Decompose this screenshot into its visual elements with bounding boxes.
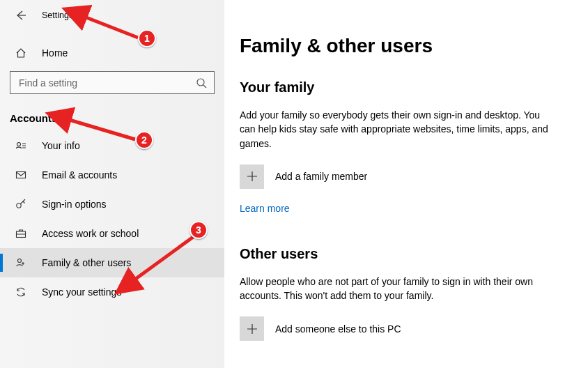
page-title: Family & other users	[240, 35, 567, 57]
sidebar-item-label: Email & accounts	[42, 169, 117, 181]
email-icon	[15, 169, 26, 181]
sidebar-item-family-users[interactable]: Family & other users	[0, 248, 224, 277]
add-family-label: Add a family member	[275, 171, 367, 182]
sidebar-item-email-accounts[interactable]: Email & accounts	[0, 160, 224, 190]
home-icon	[15, 47, 26, 59]
sidebar-item-label: Family & other users	[42, 257, 131, 268]
back-arrow-icon[interactable]	[15, 10, 26, 21]
sidebar-item-signin-options[interactable]: Sign-in options	[0, 190, 224, 219]
settings-window: Settings Home Accounts	[0, 0, 588, 368]
sidebar-item-label: Sync your settings	[42, 286, 121, 298]
person-card-icon	[15, 140, 26, 151]
svg-point-5	[18, 259, 22, 263]
search-input[interactable]	[17, 77, 178, 89]
sidebar-section-title: Accounts	[0, 94, 224, 131]
svg-point-0	[197, 79, 204, 86]
search-box[interactable]	[10, 71, 215, 94]
plus-icon	[240, 316, 264, 341]
others-description: Allow people who are not part of your fa…	[240, 275, 553, 303]
add-family-member-button[interactable]: Add a family member	[240, 164, 567, 189]
other-users-section: Other users Allow people who are not par…	[240, 246, 567, 342]
learn-more-link[interactable]: Learn more	[240, 203, 290, 214]
svg-point-3	[17, 204, 21, 208]
add-other-user-button[interactable]: Add someone else to this PC	[240, 316, 567, 341]
sidebar-item-label: Sign-in options	[42, 199, 107, 210]
people-icon	[15, 257, 26, 268]
home-label: Home	[42, 47, 68, 59]
app-title: Settings	[42, 10, 73, 20]
sidebar-item-label: Your info	[42, 140, 80, 151]
key-icon	[15, 199, 26, 210]
sidebar-home[interactable]: Home	[0, 42, 224, 64]
search-icon	[196, 77, 207, 89]
others-heading: Other users	[240, 246, 567, 262]
family-description: Add your family so everybody gets their …	[240, 108, 553, 151]
add-other-label: Add someone else to this PC	[275, 323, 401, 335]
sidebar-item-label: Access work or school	[42, 228, 139, 239]
family-heading: Your family	[240, 79, 567, 95]
main-content: Family & other users Your family Add you…	[224, 0, 588, 368]
briefcase-icon	[15, 228, 26, 239]
sidebar-item-sync-settings[interactable]: Sync your settings	[0, 277, 224, 307]
sidebar-item-work-school[interactable]: Access work or school	[0, 219, 224, 248]
sync-icon	[15, 286, 26, 298]
sidebar-item-your-info[interactable]: Your info	[0, 131, 224, 160]
sidebar: Settings Home Accounts	[0, 0, 224, 368]
title-bar: Settings	[0, 0, 224, 26]
plus-icon	[240, 164, 264, 189]
svg-point-1	[17, 143, 21, 146]
